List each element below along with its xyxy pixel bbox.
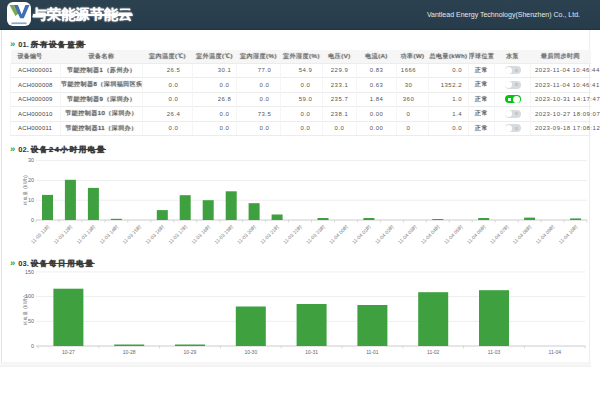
svg-text:30: 30 <box>28 157 34 163</box>
svg-text:11-03 23时: 11-03 23时 <box>305 223 326 244</box>
svg-text:11-03 11时: 11-03 11时 <box>29 223 50 244</box>
svg-text:11-01: 11-01 <box>366 349 379 355</box>
svg-text:11-04: 11-04 <box>549 349 562 355</box>
svg-text:11-03 14时: 11-03 14时 <box>98 223 119 244</box>
svg-text:10-29: 10-29 <box>184 349 197 355</box>
svg-text:11-04 03时: 11-04 03时 <box>397 223 418 244</box>
svg-text:150: 150 <box>25 269 34 275</box>
svg-text:11-04 09时: 11-04 09时 <box>534 223 555 244</box>
svg-text:11-04 00时: 11-04 00时 <box>328 223 349 244</box>
svg-text:0: 0 <box>31 217 34 223</box>
svg-text:11-03 20时: 11-03 20时 <box>236 223 257 244</box>
svg-text:11-03 17时: 11-03 17时 <box>167 223 188 244</box>
svg-text:10-31: 10-31 <box>305 349 318 355</box>
svg-text:耗电量 (kWh): 耗电量 (kWh) <box>23 175 28 205</box>
svg-text:11-04 01时: 11-04 01时 <box>351 223 372 244</box>
svg-text:11-04 05时: 11-04 05时 <box>443 223 464 244</box>
svg-text:11-02: 11-02 <box>427 349 440 355</box>
svg-text:10-27: 10-27 <box>62 349 75 355</box>
svg-text:11-03 21时: 11-03 21时 <box>259 223 280 244</box>
svg-text:0: 0 <box>31 343 34 349</box>
svg-text:50: 50 <box>28 318 34 324</box>
svg-text:11-04 04时: 11-04 04时 <box>420 223 441 244</box>
svg-text:11-04 07时: 11-04 07时 <box>488 223 509 244</box>
svg-text:20: 20 <box>28 177 34 183</box>
svg-text:10-28: 10-28 <box>123 349 136 355</box>
svg-text:11-03: 11-03 <box>488 349 501 355</box>
svg-text:11-03 22时: 11-03 22时 <box>282 223 303 244</box>
svg-text:10-30: 10-30 <box>244 349 257 355</box>
svg-text:11-03 19时: 11-03 19时 <box>213 223 234 244</box>
svg-text:10: 10 <box>28 197 34 203</box>
svg-text:11-03 13时: 11-03 13时 <box>75 223 96 244</box>
svg-text:11-04 06时: 11-04 06时 <box>465 223 486 244</box>
svg-text:11-04 08时: 11-04 08时 <box>511 223 532 244</box>
svg-text:11-04 10时: 11-04 10时 <box>557 223 578 244</box>
svg-text:11-04 02时: 11-04 02时 <box>374 223 395 244</box>
svg-text:11-03 18时: 11-03 18时 <box>190 223 211 244</box>
svg-text:11-03 16时: 11-03 16时 <box>144 223 165 244</box>
svg-text:11-03 15时: 11-03 15时 <box>121 223 142 244</box>
svg-text:11-03 12时: 11-03 12时 <box>52 223 73 244</box>
svg-text:耗电量 (kWh): 耗电量 (kWh) <box>23 295 28 325</box>
